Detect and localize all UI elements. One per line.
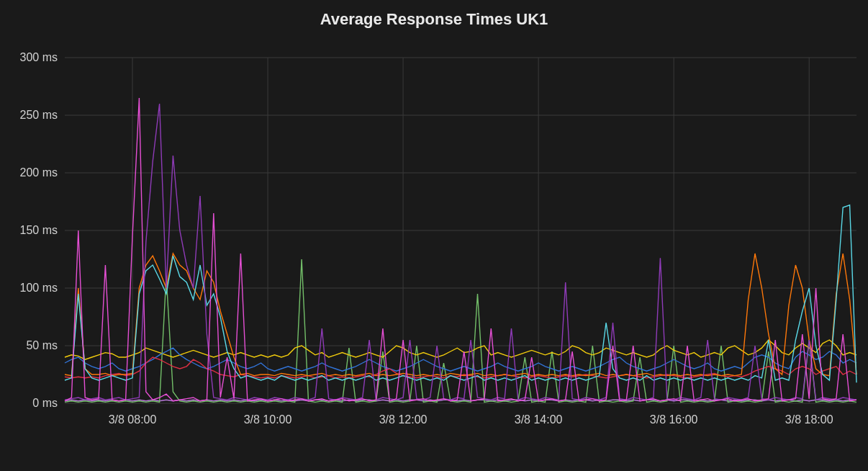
- svg-text:3/8 08:00: 3/8 08:00: [109, 413, 157, 426]
- plot-area[interactable]: 0 ms50 ms100 ms150 ms200 ms250 ms300 ms3…: [65, 50, 856, 432]
- svg-text:50 ms: 50 ms: [26, 339, 58, 351]
- series-yellow[interactable]: [65, 340, 856, 359]
- chart-title: Average Response Times UK1: [0, 0, 868, 29]
- svg-text:0 ms: 0 ms: [32, 397, 58, 409]
- chart-panel: Average Response Times UK1 0 ms50 ms100 …: [0, 0, 868, 471]
- svg-text:200 ms: 200 ms: [20, 166, 58, 179]
- svg-text:3/8 16:00: 3/8 16:00: [650, 413, 698, 426]
- chart-svg[interactable]: 0 ms50 ms100 ms150 ms200 ms250 ms300 ms3…: [65, 50, 856, 432]
- svg-text:3/8 12:00: 3/8 12:00: [379, 413, 428, 426]
- svg-text:150 ms: 150 ms: [20, 224, 58, 236]
- svg-text:3/8 10:00: 3/8 10:00: [244, 413, 292, 426]
- series-cyan[interactable]: [65, 205, 856, 382]
- svg-text:100 ms: 100 ms: [20, 282, 58, 294]
- series-purple[interactable]: [65, 104, 856, 400]
- svg-text:3/8 14:00: 3/8 14:00: [515, 413, 563, 426]
- svg-text:300 ms: 300 ms: [20, 51, 58, 63]
- svg-text:3/8 18:00: 3/8 18:00: [785, 413, 833, 426]
- series-green[interactable]: [65, 259, 856, 402]
- svg-text:250 ms: 250 ms: [20, 109, 58, 121]
